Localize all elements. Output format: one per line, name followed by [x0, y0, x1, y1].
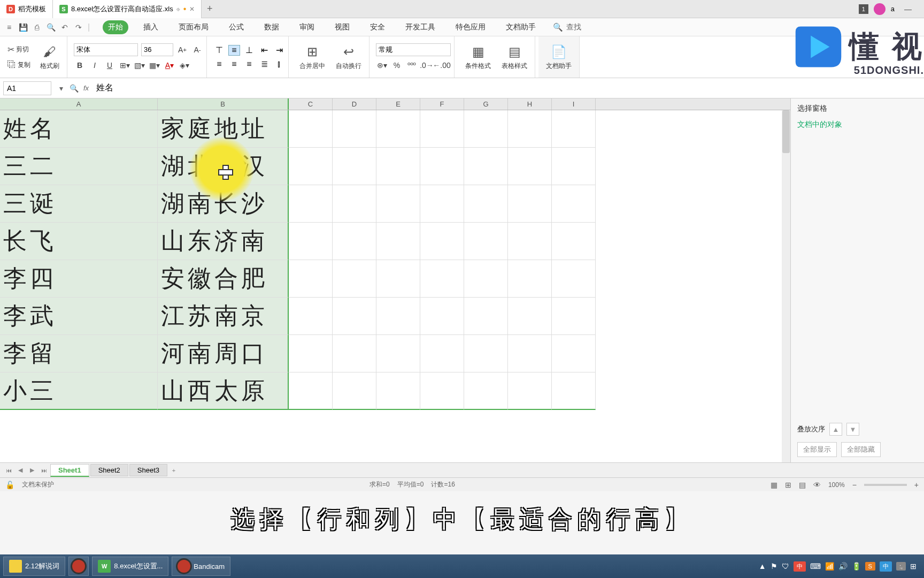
- name-dropdown-icon[interactable]: ▾: [55, 84, 67, 93]
- show-all-button[interactable]: 全部显示: [797, 442, 837, 457]
- table-row[interactable]: 李留河南周口: [0, 335, 790, 372]
- col-header-f[interactable]: F: [420, 98, 464, 110]
- number-format-select[interactable]: [376, 43, 451, 56]
- currency-icon[interactable]: ⊛▾: [376, 59, 388, 71]
- taskbar-bandicam[interactable]: Bandicam: [172, 557, 230, 576]
- fill-color-button[interactable]: ▧▾: [134, 59, 145, 71]
- align-center-icon[interactable]: ≡: [228, 59, 240, 70]
- tray-volume-icon[interactable]: 🔊: [838, 562, 848, 571]
- border-button[interactable]: ⊞▾: [119, 59, 130, 71]
- decrease-decimal-icon[interactable]: .0→: [421, 59, 433, 71]
- tray-more-icon[interactable]: ⊞: [910, 562, 917, 571]
- tab-insert[interactable]: 插入: [138, 20, 164, 34]
- copy-button[interactable]: ⿻复制: [5, 59, 33, 71]
- fx-label[interactable]: fx: [83, 84, 89, 92]
- tab-docer[interactable]: D 稻壳模板: [0, 0, 53, 18]
- table-row[interactable]: 姓名家庭地址: [0, 110, 790, 148]
- ime-punct-icon[interactable]: :,: [896, 562, 906, 571]
- sheet-nav-next-icon[interactable]: ▶: [27, 467, 37, 474]
- sheet-tab-1[interactable]: Sheet1: [50, 464, 89, 477]
- underline-button[interactable]: U: [104, 59, 116, 71]
- menu-icon[interactable]: ≡: [3, 21, 15, 33]
- view-layout-icon[interactable]: ▤: [799, 481, 806, 489]
- align-left-icon[interactable]: ≡: [213, 59, 225, 70]
- col-header-h[interactable]: H: [508, 98, 552, 110]
- undo-icon[interactable]: ↶: [59, 21, 71, 33]
- conditional-format-button[interactable]: ▦ 条件格式: [461, 43, 495, 71]
- zoom-formula-icon[interactable]: 🔍: [67, 84, 80, 93]
- sheet-tab-2[interactable]: Sheet2: [90, 464, 128, 476]
- print-icon[interactable]: ⎙: [31, 21, 43, 33]
- col-header-b[interactable]: B: [158, 98, 289, 110]
- doc-helper-button[interactable]: 📄 文档助手: [542, 43, 576, 71]
- highlight-button[interactable]: ◈▾: [179, 59, 190, 71]
- align-justify-icon[interactable]: ≣: [258, 59, 270, 70]
- merge-center-button[interactable]: ⊞ 合并居中: [295, 43, 329, 71]
- table-row[interactable]: 李四安徽合肥: [0, 260, 790, 298]
- tab-formula[interactable]: 公式: [224, 20, 249, 34]
- ime-indicator[interactable]: 中: [794, 561, 806, 572]
- sheet-tab-3[interactable]: Sheet3: [129, 464, 167, 476]
- align-right-icon[interactable]: ≡: [243, 59, 255, 70]
- scrollbar-thumb[interactable]: [782, 110, 790, 153]
- align-top-icon[interactable]: ⊤: [213, 45, 225, 56]
- ime-lang-icon[interactable]: 中: [880, 561, 892, 572]
- formula-input[interactable]: [92, 81, 924, 95]
- view-normal-icon[interactable]: ▦: [771, 481, 777, 489]
- tab-review[interactable]: 审阅: [294, 20, 320, 34]
- minimize-button[interactable]: —: [900, 5, 916, 13]
- col-header-g[interactable]: G: [464, 98, 508, 110]
- zoom-slider[interactable]: [864, 484, 907, 486]
- save-icon[interactable]: 💾: [17, 21, 29, 33]
- distribute-icon[interactable]: ⫿: [273, 59, 285, 70]
- tray-up-icon[interactable]: ▲: [759, 562, 766, 571]
- table-row[interactable]: 小三山西太原: [0, 372, 790, 410]
- notification-badge[interactable]: 1: [859, 4, 868, 14]
- col-header-a[interactable]: A: [0, 98, 158, 110]
- col-header-d[interactable]: D: [333, 98, 376, 110]
- tab-special[interactable]: 特色应用: [450, 20, 491, 34]
- indent-right-icon[interactable]: ⇥: [273, 45, 285, 56]
- tab-dev[interactable]: 开发工具: [400, 20, 441, 34]
- preview-icon[interactable]: 🔍: [45, 21, 57, 33]
- zoom-out-icon[interactable]: −: [852, 481, 857, 489]
- cut-button[interactable]: ✂剪切: [5, 43, 33, 56]
- sheet-nav-prev-icon[interactable]: ◀: [15, 467, 26, 474]
- font-size-select[interactable]: [141, 43, 173, 56]
- tab-dochelper[interactable]: 文档助手: [500, 20, 541, 34]
- tray-battery-icon[interactable]: 🔋: [852, 562, 861, 571]
- table-row[interactable]: 三诞湖南长沙: [0, 185, 790, 223]
- taskbar-folder[interactable]: 2.12解说词: [3, 557, 65, 576]
- zoom-in-icon[interactable]: +: [914, 481, 919, 489]
- indent-left-icon[interactable]: ⇤: [258, 45, 270, 56]
- increase-font-icon[interactable]: A+: [176, 44, 188, 56]
- table-style-button[interactable]: ▤ 表格样式: [497, 43, 532, 71]
- protect-icon[interactable]: 🔓: [5, 481, 14, 489]
- send-backward-button[interactable]: ▼: [846, 423, 859, 436]
- close-icon[interactable]: ✕: [189, 5, 195, 13]
- vertical-scrollbar[interactable]: [782, 110, 790, 462]
- spreadsheet-grid[interactable]: A B C D E F G H I 姓名家庭地址 三二湖北武汉 三诞湖南长沙 长…: [0, 98, 790, 462]
- table-row[interactable]: 长飞山东济南: [0, 223, 790, 260]
- add-sheet-button[interactable]: +: [168, 467, 179, 474]
- percent-icon[interactable]: %: [391, 59, 403, 71]
- bring-forward-button[interactable]: ▲: [829, 423, 842, 436]
- search-area[interactable]: 🔍 查找: [553, 22, 581, 32]
- tab-security[interactable]: 安全: [365, 20, 390, 34]
- tray-network-icon[interactable]: 📶: [825, 562, 834, 571]
- tab-view[interactable]: 视图: [329, 20, 355, 34]
- tab-home[interactable]: 开始: [103, 20, 128, 34]
- font-color-button[interactable]: A▾: [164, 59, 175, 71]
- name-box[interactable]: A1: [3, 81, 51, 95]
- decrease-font-icon[interactable]: A-: [191, 44, 203, 56]
- wrap-text-button[interactable]: ↩ 自动换行: [332, 43, 366, 71]
- sheet-nav-first-icon[interactable]: ⏮: [3, 467, 14, 474]
- increase-decimal-icon[interactable]: ←.00: [436, 59, 448, 71]
- col-header-c[interactable]: C: [289, 98, 333, 110]
- align-middle-icon[interactable]: ≡: [228, 45, 240, 56]
- comma-icon[interactable]: ººº: [406, 59, 418, 71]
- bold-button[interactable]: B: [74, 59, 86, 71]
- user-avatar[interactable]: [874, 3, 886, 15]
- col-header-i[interactable]: I: [552, 98, 596, 110]
- tab-layout[interactable]: 页面布局: [173, 20, 214, 34]
